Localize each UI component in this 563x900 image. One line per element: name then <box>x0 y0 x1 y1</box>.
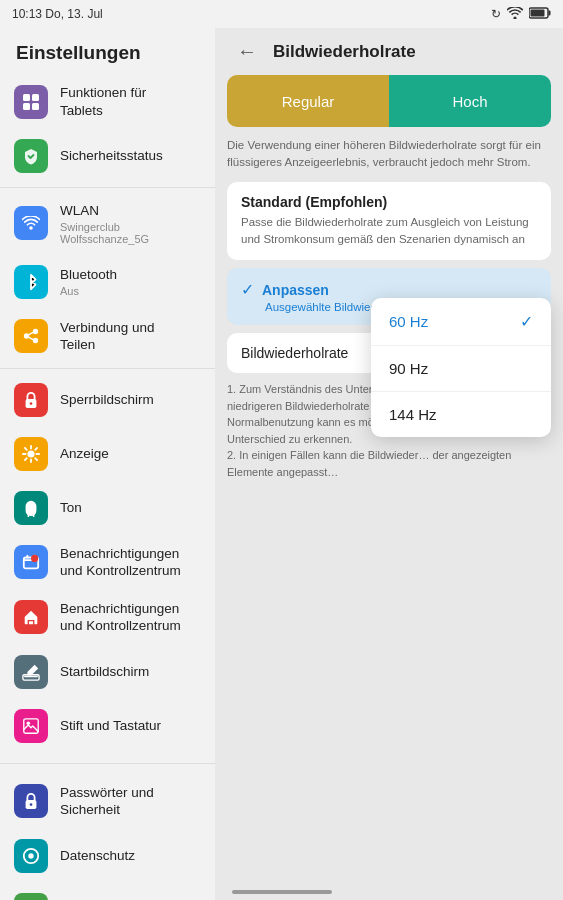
ton-icon <box>14 491 48 525</box>
sicherheitsstatus-label: Sicherheitsstatus <box>60 147 163 165</box>
sicherheitsstatus-icon <box>14 139 48 173</box>
sidebar-item-wlan[interactable]: WLAN SwingerclubWolfsschanze_5G <box>0 192 215 255</box>
benachrichtigungen-icon <box>14 545 48 579</box>
funktionen-label: Funktionen fürTablets <box>60 84 146 119</box>
svg-line-11 <box>29 333 34 335</box>
svg-rect-5 <box>23 103 30 110</box>
dropdown-item-144hz[interactable]: 144 Hz <box>371 392 551 437</box>
battery-icon <box>529 7 551 22</box>
rate-bar: Regular Hoch <box>227 75 551 127</box>
svg-point-7 <box>29 227 33 231</box>
wifi-icon <box>507 7 523 22</box>
svg-point-15 <box>27 450 34 457</box>
dropdown-item-90hz-label: 90 Hz <box>389 360 428 377</box>
back-button[interactable]: ← <box>231 38 263 65</box>
sidebar-item-passwoerter[interactable]: Passwörter undSicherheit <box>0 774 215 829</box>
sync-icon: ↻ <box>491 7 501 21</box>
sidebar-title: Einstellungen <box>0 28 215 74</box>
passwoerter-icon <box>14 784 48 818</box>
datenschutz-icon <box>14 839 48 873</box>
bluetooth-sublabel: Aus <box>60 285 117 297</box>
verbindung-icon <box>14 319 48 353</box>
sidebar-item-anzeige[interactable]: Anzeige <box>0 427 215 481</box>
anzeige-icon <box>14 437 48 471</box>
status-time: 10:13 Do, 13. Jul <box>12 7 103 21</box>
status-icons: ↻ <box>491 7 551 22</box>
sidebar-item-verbindung[interactable]: Verbindung undTeilen <box>0 309 215 364</box>
content-area: ← Bildwiederholrate Regular Hoch Die Ver… <box>215 28 563 900</box>
sperrbildschirm-icon <box>14 383 48 417</box>
hintergrund-icon <box>14 709 48 743</box>
anpassen-check-icon: ✓ <box>241 280 254 299</box>
startbildschirm-icon <box>14 600 48 634</box>
svg-rect-6 <box>32 103 39 110</box>
sidebar-item-bluetooth[interactable]: Bluetooth Aus <box>0 255 215 309</box>
sidebar: Einstellungen Funktionen fürTablets Sich… <box>0 28 215 900</box>
svg-point-24 <box>28 853 33 858</box>
verbindung-label: Verbindung undTeilen <box>60 319 155 354</box>
standard-desc: Passe die Bildwiederholrate zum Ausgleic… <box>241 214 537 249</box>
svg-point-22 <box>30 804 33 807</box>
sidebar-item-ton[interactable]: Ton <box>0 481 215 535</box>
sidebar-item-startbildschirm[interactable]: Benachrichtigungen und Kontrollzentrum <box>0 590 215 645</box>
sidebar-item-funktionen[interactable]: Funktionen fürTablets <box>0 74 215 129</box>
bottom-bar <box>232 890 332 894</box>
dropdown-check-icon: ✓ <box>520 312 533 331</box>
sidebar-item-hintergrund[interactable]: Stift und Tastatur <box>0 699 215 753</box>
main-layout: Einstellungen Funktionen fürTablets Sich… <box>0 28 563 900</box>
dropdown-item-90hz[interactable]: 90 Hz <box>371 346 551 392</box>
sidebar-item-benachrichtigungen[interactable]: Benachrichtigungenund Kontrollzentrum <box>0 535 215 590</box>
status-bar: 10:13 Do, 13. Jul ↻ <box>0 0 563 28</box>
anzeige-label: Anzeige <box>60 445 109 463</box>
rate-description: Die Verwendung einer höheren Bildwiederh… <box>227 137 551 172</box>
sperrbildschirm-label: Sperrbildschirm <box>60 391 154 409</box>
svg-rect-4 <box>32 94 39 101</box>
standard-title: Standard (Empfohlen) <box>241 194 537 210</box>
svg-rect-2 <box>531 9 545 16</box>
svg-point-14 <box>30 402 33 405</box>
svg-rect-19 <box>24 719 38 733</box>
akku-icon <box>14 893 48 900</box>
anpassen-title: Anpassen <box>262 282 329 298</box>
bluetooth-icon <box>14 265 48 299</box>
svg-rect-1 <box>549 10 551 15</box>
bluetooth-label: Bluetooth <box>60 266 117 284</box>
svg-point-10 <box>33 338 38 343</box>
benachrichtigungen-label: Benachrichtigungenund Kontrollzentrum <box>60 545 181 580</box>
dropdown-item-144hz-label: 144 Hz <box>389 406 437 423</box>
sidebar-item-stift[interactable]: Startbildschirm <box>0 645 215 699</box>
standard-card[interactable]: Standard (Empfohlen) Passe die Bildwiede… <box>227 182 551 261</box>
sidebar-item-datenschutz[interactable]: Datenschutz <box>0 829 215 883</box>
svg-point-9 <box>24 333 29 338</box>
hintergrund-label: Stift und Tastatur <box>60 717 161 735</box>
rate-regular[interactable]: Regular <box>227 75 389 127</box>
dropdown-item-60hz[interactable]: 60 Hz ✓ <box>371 298 551 346</box>
ton-label: Ton <box>60 499 82 517</box>
hz-dropdown[interactable]: 60 Hz ✓ 90 Hz 144 Hz <box>371 298 551 437</box>
stift-label: Startbildschirm <box>60 663 149 681</box>
hz-row-label: Bildwiederholrate <box>241 345 348 361</box>
svg-point-17 <box>31 555 38 562</box>
svg-line-12 <box>29 338 34 340</box>
rate-hoch[interactable]: Hoch <box>389 75 551 127</box>
wlan-icon <box>14 206 48 240</box>
wlan-sublabel: SwingerclubWolfsschanze_5G <box>60 221 149 245</box>
passwoerter-label: Passwörter undSicherheit <box>60 784 154 819</box>
content-title: Bildwiederholrate <box>273 42 416 62</box>
svg-point-8 <box>33 329 38 334</box>
dropdown-item-60hz-label: 60 Hz <box>389 313 428 330</box>
sidebar-item-sperrbildschirm[interactable]: Sperrbildschirm <box>0 373 215 427</box>
wlan-label: WLAN <box>60 202 149 220</box>
sidebar-item-akku[interactable]: Akku <box>0 883 215 900</box>
content-header: ← Bildwiederholrate <box>215 28 563 75</box>
svg-rect-3 <box>23 94 30 101</box>
startbildschirm-label: Benachrichtigungen und Kontrollzentrum <box>60 600 201 635</box>
funktionen-icon <box>14 85 48 119</box>
datenschutz-label: Datenschutz <box>60 847 135 865</box>
stift-icon <box>14 655 48 689</box>
sidebar-item-sicherheitsstatus[interactable]: Sicherheitsstatus <box>0 129 215 183</box>
